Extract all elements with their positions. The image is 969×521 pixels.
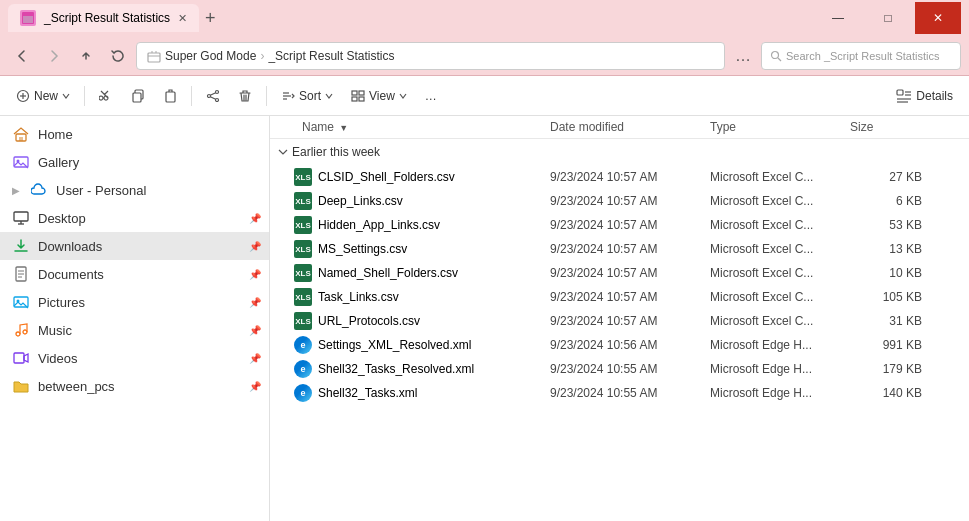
col-header-date[interactable]: Date modified xyxy=(550,120,710,134)
svg-rect-22 xyxy=(359,97,364,101)
svg-rect-9 xyxy=(133,93,141,102)
file-row[interactable]: XLS Task_Links.csv 9/23/2024 10:57 AM Mi… xyxy=(270,285,969,309)
file-row[interactable]: XLS Hidden_App_Links.csv 9/23/2024 10:57… xyxy=(270,213,969,237)
sidebar-item-user-personal[interactable]: ▶ User - Personal xyxy=(0,176,269,204)
file-type: Microsoft Excel C... xyxy=(710,242,850,256)
sidebar-between-pcs-label: between_pcs xyxy=(38,379,115,394)
sidebar-item-between-pcs[interactable]: between_pcs 📌 xyxy=(0,372,269,400)
file-row[interactable]: XLS CLSID_Shell_Folders.csv 9/23/2024 10… xyxy=(270,165,969,189)
svg-rect-10 xyxy=(166,92,175,102)
sidebar: Home Gallery ▶ User - Personal Desktop 📌 xyxy=(0,116,270,521)
svg-line-14 xyxy=(210,92,215,95)
pin-icon-downloads: 📌 xyxy=(249,241,261,252)
pin-icon-documents: 📌 xyxy=(249,269,261,280)
minimize-button[interactable]: — xyxy=(815,2,861,34)
file-row[interactable]: e Shell32_Tasks_Resolved.xml 9/23/2024 1… xyxy=(270,357,969,381)
more-toolbar-button[interactable]: … xyxy=(417,85,445,107)
copy-button[interactable] xyxy=(123,85,153,107)
sidebar-pictures-label: Pictures xyxy=(38,295,85,310)
toolbar-separator-1 xyxy=(84,86,85,106)
edge-icon: e xyxy=(294,360,312,378)
file-name: XLS URL_Protocols.csv xyxy=(270,312,550,330)
new-tab-button[interactable]: + xyxy=(205,8,216,29)
csv-icon: XLS xyxy=(294,288,312,306)
sidebar-item-pictures[interactable]: Pictures 📌 xyxy=(0,288,269,316)
file-row[interactable]: XLS MS_Settings.csv 9/23/2024 10:57 AM M… xyxy=(270,237,969,261)
paste-button[interactable] xyxy=(155,85,185,107)
file-type: Microsoft Excel C... xyxy=(710,170,850,184)
file-name: e Shell32_Tasks_Resolved.xml xyxy=(270,360,550,378)
file-date: 9/23/2024 10:57 AM xyxy=(550,266,710,280)
sidebar-documents-label: Documents xyxy=(38,267,104,282)
file-name: XLS Named_Shell_Folders.csv xyxy=(270,264,550,282)
filelist: Name ▼ Date modified Type Size Earlier t… xyxy=(270,116,969,521)
file-size: 140 KB xyxy=(850,386,930,400)
sidebar-item-videos[interactable]: Videos 📌 xyxy=(0,344,269,372)
sidebar-downloads-label: Downloads xyxy=(38,239,102,254)
file-type: Microsoft Excel C... xyxy=(710,266,850,280)
file-type: Microsoft Excel C... xyxy=(710,290,850,304)
more-nav-button[interactable]: … xyxy=(729,42,757,70)
sidebar-item-documents[interactable]: Documents 📌 xyxy=(0,260,269,288)
refresh-button[interactable] xyxy=(104,42,132,70)
pin-icon-videos: 📌 xyxy=(249,353,261,364)
svg-rect-44 xyxy=(14,353,24,363)
cut-button[interactable] xyxy=(91,85,121,107)
sidebar-item-music[interactable]: Music 📌 xyxy=(0,316,269,344)
svg-rect-21 xyxy=(352,97,357,101)
titlebar: _Script Result Statistics ✕ + — □ ✕ xyxy=(0,0,969,36)
file-row[interactable]: XLS URL_Protocols.csv 9/23/2024 10:57 AM… xyxy=(270,309,969,333)
share-button[interactable] xyxy=(198,85,228,107)
path-part-2: _Script Result Statistics xyxy=(268,49,394,63)
file-size: 53 KB xyxy=(850,218,930,232)
col-header-name[interactable]: Name ▼ xyxy=(270,120,550,134)
pictures-icon xyxy=(12,293,30,311)
pin-icon-music: 📌 xyxy=(249,325,261,336)
up-button[interactable] xyxy=(72,42,100,70)
view-label: View xyxy=(369,89,395,103)
sidebar-item-desktop[interactable]: Desktop 📌 xyxy=(0,204,269,232)
active-tab[interactable]: _Script Result Statistics ✕ xyxy=(8,4,199,32)
back-button[interactable] xyxy=(8,42,36,70)
close-button[interactable]: ✕ xyxy=(915,2,961,34)
file-size: 13 KB xyxy=(850,242,930,256)
section-header-earlier-this-week[interactable]: Earlier this week xyxy=(270,139,969,165)
sidebar-item-home[interactable]: Home xyxy=(0,120,269,148)
file-type: Microsoft Excel C... xyxy=(710,194,850,208)
file-date: 9/23/2024 10:56 AM xyxy=(550,338,710,352)
toolbar-separator-2 xyxy=(191,86,192,106)
file-type: Microsoft Excel C... xyxy=(710,218,850,232)
window-controls: — □ ✕ xyxy=(815,2,961,34)
col-header-type[interactable]: Type xyxy=(710,120,850,134)
file-date: 9/23/2024 10:57 AM xyxy=(550,290,710,304)
view-button[interactable]: View xyxy=(343,85,415,107)
svg-point-13 xyxy=(216,98,219,101)
csv-icon: XLS xyxy=(294,240,312,258)
titlebar-left: _Script Result Statistics ✕ + xyxy=(8,4,216,32)
svg-rect-29 xyxy=(19,137,23,141)
details-label: Details xyxy=(916,89,953,103)
file-row[interactable]: e Settings_XML_Resolved.xml 9/23/2024 10… xyxy=(270,333,969,357)
file-row[interactable]: XLS Named_Shell_Folders.csv 9/23/2024 10… xyxy=(270,261,969,285)
col-header-size[interactable]: Size xyxy=(850,120,930,134)
file-name: XLS Hidden_App_Links.csv xyxy=(270,216,550,234)
svg-line-15 xyxy=(210,96,215,99)
edge-icon: e xyxy=(294,336,312,354)
maximize-button[interactable]: □ xyxy=(865,2,911,34)
delete-button[interactable] xyxy=(230,85,260,107)
filelist-header: Name ▼ Date modified Type Size xyxy=(270,116,969,139)
documents-icon xyxy=(12,265,30,283)
file-date: 9/23/2024 10:57 AM xyxy=(550,242,710,256)
file-row[interactable]: e Shell32_Tasks.xml 9/23/2024 10:55 AM M… xyxy=(270,381,969,405)
forward-button[interactable] xyxy=(40,42,68,70)
sidebar-item-downloads[interactable]: Downloads 📌 xyxy=(0,232,269,260)
new-button[interactable]: New xyxy=(8,85,78,107)
sidebar-music-label: Music xyxy=(38,323,72,338)
search-box[interactable]: Search _Script Result Statistics xyxy=(761,42,961,70)
details-button[interactable]: Details xyxy=(888,84,961,108)
sidebar-item-gallery[interactable]: Gallery xyxy=(0,148,269,176)
sort-button[interactable]: Sort xyxy=(273,85,341,107)
tab-close-button[interactable]: ✕ xyxy=(178,12,187,25)
file-row[interactable]: XLS Deep_Links.csv 9/23/2024 10:57 AM Mi… xyxy=(270,189,969,213)
address-bar[interactable]: Super God Mode › _Script Result Statisti… xyxy=(136,42,725,70)
